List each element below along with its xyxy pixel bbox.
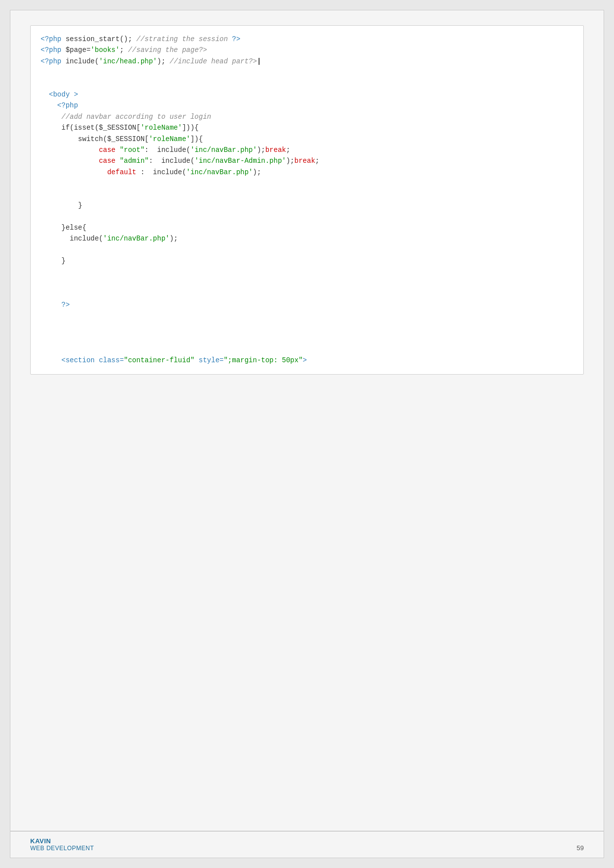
- code-line-close-switch: }: [41, 200, 573, 211]
- code-text: include(: [70, 235, 103, 242]
- code-text: );: [286, 157, 295, 165]
- blank-line: [41, 278, 573, 289]
- comment: //add navbar according to user login: [61, 113, 211, 121]
- blank-line: [41, 189, 573, 199]
- string-value: 'roleName': [141, 124, 182, 132]
- keyword-case: case: [99, 157, 116, 165]
- footer-left: KAVIN WEB DEVELOPMENT: [30, 837, 94, 852]
- code-area: <?php session_start(); //strating the se…: [10, 10, 604, 831]
- html-tag-section: <section class=: [61, 356, 124, 364]
- keyword-default: default: [107, 168, 136, 176]
- code-line-section: <section class="container-fluid" style="…: [41, 355, 573, 366]
- code-line-switch: switch($_SESSION['roleName']){: [41, 134, 573, 145]
- html-tag-section-2: style=: [195, 356, 224, 364]
- blank-line: [41, 67, 573, 78]
- indent: [41, 101, 57, 109]
- indent: [41, 356, 61, 364]
- footer-page-number: 59: [577, 844, 584, 852]
- indent: [41, 201, 78, 209]
- keyword-break: break: [295, 157, 315, 165]
- page-footer: KAVIN WEB DEVELOPMENT 59: [10, 831, 604, 858]
- code-block: <?php session_start(); //strating the se…: [30, 25, 584, 375]
- blank-line: [41, 178, 573, 189]
- code-line-2: <?php $page='books'; //saving the page?>: [41, 45, 573, 55]
- code-text: : include(: [136, 168, 186, 176]
- indent: [41, 224, 61, 232]
- footer-name: KAVIN: [30, 837, 94, 845]
- code-text: );: [257, 146, 265, 154]
- string-value: 'inc/navBar-Admin.php': [195, 157, 286, 165]
- code-line-case-admin: case "admin": include('inc/navBar-Admin.…: [41, 155, 573, 166]
- code-text: ;: [286, 146, 290, 154]
- php-open-tag: <?php: [41, 57, 61, 65]
- string-value: "container-fluid": [124, 356, 195, 364]
- code-text: );: [157, 57, 169, 65]
- string-value: "root": [120, 146, 145, 154]
- php-open-tag: <?php: [41, 46, 61, 54]
- string-value: 'roleName': [149, 135, 190, 143]
- php-open-tag: <?php: [57, 101, 78, 109]
- code-line-else: }else{: [41, 222, 573, 233]
- blank-line: [41, 344, 573, 355]
- string-value: 'inc/head.php': [99, 57, 157, 65]
- brace-else: }else{: [61, 224, 86, 232]
- string-value: ";margin-top: 50px": [224, 356, 303, 364]
- code-text: switch($_SESSION[: [41, 135, 149, 143]
- code-line-phpend: ?>: [41, 299, 573, 310]
- code-line-if: if(isset($_SESSION['roleName'])){: [41, 122, 573, 133]
- code-text: : include(: [149, 157, 194, 165]
- indent: [41, 235, 70, 242]
- blank-line: [41, 289, 573, 299]
- indent: [41, 257, 61, 265]
- code-line-default: default : include('inc/navBar.php');: [41, 167, 573, 178]
- indent: [41, 146, 99, 154]
- indent: [41, 301, 61, 309]
- code-text: ;: [120, 46, 128, 54]
- string-value: 'inc/navBar.php': [103, 235, 169, 242]
- code-text: if(isset($_SESSION[: [41, 124, 141, 132]
- string-value: "admin": [120, 157, 149, 165]
- code-line-close-else: }: [41, 255, 573, 266]
- indent: [41, 91, 49, 98]
- indent: [41, 168, 107, 176]
- code-text: ;: [315, 157, 319, 165]
- blank-line: [41, 266, 573, 277]
- code-text: $page=: [61, 46, 91, 54]
- code-text: : include(: [145, 146, 190, 154]
- code-text: ]){: [190, 135, 203, 143]
- html-tag: <body >: [49, 91, 78, 98]
- comment: //strating the session: [136, 35, 228, 43]
- code-line-phpstart: <?php: [41, 100, 573, 111]
- code-text: include(: [61, 57, 99, 65]
- blank-line: [41, 78, 573, 89]
- code-line-case-root: case "root": include('inc/navBar.php');b…: [41, 145, 573, 155]
- code-text: [228, 35, 232, 43]
- keyword-break: break: [265, 146, 286, 154]
- code-line-body: <body >: [41, 89, 573, 100]
- code-text: ])){: [182, 124, 199, 132]
- blank-line: [41, 322, 573, 333]
- code-line-comment: //add navbar according to user login: [41, 111, 573, 122]
- footer-subject: WEB DEVELOPMENT: [30, 845, 94, 852]
- code-text: );: [169, 235, 178, 242]
- code-line-3: <?php include('inc/head.php'); //include…: [41, 56, 573, 67]
- indent: [41, 157, 99, 165]
- string-value: 'books': [91, 46, 120, 54]
- code-line-1: <?php session_start(); //strating the se…: [41, 34, 573, 45]
- blank-line: [41, 244, 573, 255]
- blank-line: [41, 311, 573, 322]
- code-text: session_start();: [61, 35, 136, 43]
- string-value: 'inc/navBar.php': [190, 146, 256, 154]
- blank-line: [41, 211, 573, 222]
- code-text: [115, 146, 119, 154]
- keyword-case: case: [99, 146, 116, 154]
- php-close-tag: ?>: [61, 301, 70, 309]
- brace: }: [78, 201, 82, 209]
- page-container: <?php session_start(); //strating the se…: [10, 10, 604, 858]
- string-value: 'inc/navBar.php': [186, 168, 253, 176]
- code-text: );: [253, 168, 261, 176]
- comment: //include head part?>: [169, 57, 256, 65]
- php-open-tag: <?php: [41, 35, 61, 43]
- php-close-tag: ?>: [232, 35, 241, 43]
- blank-line: [41, 333, 573, 344]
